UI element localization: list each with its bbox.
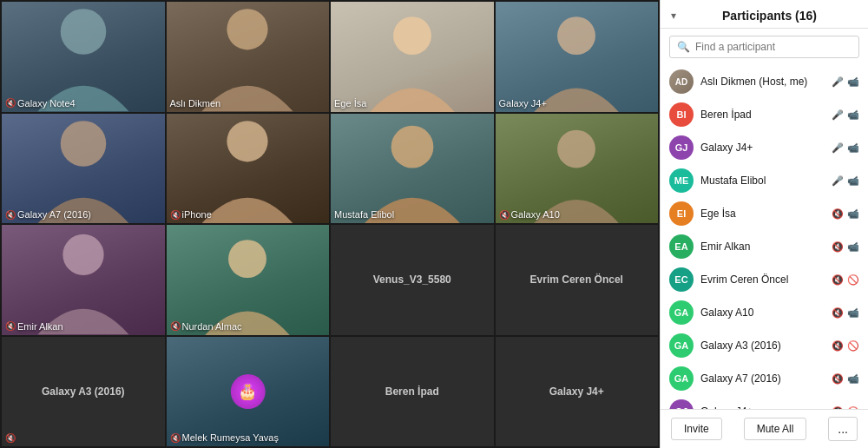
participant-icons-8: 🔇 📹 bbox=[832, 307, 859, 319]
participant-name-4: Mustafa Elibol bbox=[700, 175, 825, 187]
avatar-2: BI bbox=[669, 102, 694, 127]
mic-icon-4: 🎤 bbox=[832, 175, 844, 187]
participant-item-3[interactable]: GJ Galaxy J4+ 🎤 📹 bbox=[661, 131, 868, 164]
participant-icons-10: 🔇 📹 bbox=[832, 373, 859, 385]
mute-icon-6: 🔇 bbox=[170, 210, 181, 220]
tile-name-7: Mustafa Elibol bbox=[334, 209, 394, 220]
svg-point-7 bbox=[557, 130, 595, 168]
mute-icon-8: 🔇 bbox=[499, 210, 510, 220]
avatar-7: EC bbox=[669, 267, 694, 292]
participant-name-6: Emir Alkan bbox=[700, 240, 825, 253]
svg-point-0 bbox=[61, 9, 107, 55]
video-tile-3[interactable]: Ege İsa bbox=[331, 2, 494, 112]
video-tile-9[interactable]: 🔇 Emir Alkan bbox=[2, 225, 165, 335]
mic-icon-2: 🎤 bbox=[832, 109, 844, 121]
mic-icon-8: 🔇 bbox=[832, 307, 844, 319]
participant-icons-1: 🎤 📹 bbox=[832, 76, 859, 88]
panel-title: Participants (16) bbox=[681, 9, 858, 23]
participant-item-9[interactable]: GA Galaxy A3 (2016) 🔇 🚫 bbox=[661, 329, 868, 362]
tile-name-8: Galaxy A10 bbox=[511, 209, 560, 220]
participant-name-7: Evrim Ceren Öncel bbox=[700, 273, 825, 286]
cam-icon-6: 📹 bbox=[847, 241, 859, 253]
avatar-10: GA bbox=[669, 366, 694, 391]
cam-icon-10: 📹 bbox=[847, 373, 859, 385]
participant-item-11[interactable]: GJ Galaxy J4+ 🔇 🚫 bbox=[661, 395, 868, 409]
mic-icon-1: 🎤 bbox=[832, 76, 844, 88]
search-input[interactable] bbox=[695, 41, 852, 53]
mute-icon-10: 🔇 bbox=[170, 321, 181, 331]
avatar-8: GA bbox=[669, 300, 694, 325]
tile-name-12: Evrim Ceren Öncel bbox=[527, 270, 627, 289]
video-tile-8[interactable]: 🔇 Galaxy A10 bbox=[496, 114, 659, 224]
tile-name-4: Galaxy J4+ bbox=[499, 98, 547, 109]
mute-icon-14: 🔇 bbox=[170, 433, 181, 443]
participant-item-8[interactable]: GA Galaxy A10 🔇 📹 bbox=[661, 296, 868, 329]
video-tile-13[interactable]: Galaxy A3 (2016) 🔇 bbox=[2, 337, 165, 447]
avatar-3: GJ bbox=[669, 135, 694, 160]
mute-icon-9: 🔇 bbox=[5, 321, 16, 331]
tile-name-11: Venus_V3_5580 bbox=[370, 270, 455, 289]
tile-label-10: 🔇 Nurdan Almac bbox=[170, 321, 242, 332]
video-tile-1[interactable]: 🔇 Galaxy Note4 bbox=[2, 2, 165, 112]
participants-list: AD Aslı Dikmen (Host, me) 🎤 📹 BI Beren İ… bbox=[661, 65, 868, 409]
participant-name-1: Aslı Dikmen (Host, me) bbox=[700, 76, 825, 88]
video-tile-12[interactable]: Evrim Ceren Öncel bbox=[496, 225, 659, 335]
tile-name-3: Ege İsa bbox=[334, 98, 366, 109]
mute-all-button[interactable]: Mute All bbox=[744, 418, 807, 440]
invite-button[interactable]: Invite bbox=[671, 418, 722, 440]
participant-name-5: Ege İsa bbox=[700, 208, 825, 220]
video-tile-7[interactable]: Mustafa Elibol bbox=[331, 114, 494, 224]
participant-icons-3: 🎤 📹 bbox=[832, 142, 859, 154]
cam-icon-9: 🚫 bbox=[847, 340, 859, 352]
tile-label-9: 🔇 Emir Alkan bbox=[5, 321, 63, 332]
svg-point-4 bbox=[61, 121, 107, 167]
participant-item-6[interactable]: EA Emir Alkan 🔇 📹 bbox=[661, 230, 868, 263]
video-tile-10[interactable]: 🔇 Nurdan Almac bbox=[167, 225, 330, 335]
avatar-6: EA bbox=[669, 234, 694, 259]
participant-icons-6: 🔇 📹 bbox=[832, 241, 859, 253]
video-tile-6[interactable]: 🔇 iPhone bbox=[167, 114, 330, 224]
participant-item-10[interactable]: GA Galaxy A7 (2016) 🔇 📹 bbox=[661, 362, 868, 395]
participant-item-7[interactable]: EC Evrim Ceren Öncel 🔇 🚫 bbox=[661, 263, 868, 296]
video-tile-4[interactable]: Galaxy J4+ bbox=[496, 2, 659, 112]
tile-label-2: Aslı Dikmen bbox=[170, 98, 221, 109]
video-tile-15[interactable]: Beren İpad bbox=[331, 337, 494, 447]
cam-icon-4: 📹 bbox=[847, 175, 859, 187]
tile-label-1: 🔇 Galaxy Note4 bbox=[5, 98, 76, 109]
tile-label-5: 🔇 Galaxy A7 (2016) bbox=[5, 209, 91, 220]
tile-name-14: Melek Rumeysa Yavaş bbox=[182, 432, 279, 443]
video-tile-2[interactable]: Aslı Dikmen bbox=[167, 2, 330, 112]
video-tile-16[interactable]: Galaxy J4+ bbox=[496, 337, 659, 447]
mute-icon-5: 🔇 bbox=[5, 210, 16, 220]
video-tile-11[interactable]: Venus_V3_5580 bbox=[331, 225, 494, 335]
svg-point-6 bbox=[391, 126, 433, 168]
mute-icon-13: 🔇 bbox=[5, 433, 16, 443]
tile-label-14: 🔇 Melek Rumeysa Yavaş bbox=[170, 432, 279, 443]
svg-point-3 bbox=[557, 16, 595, 55]
avatar-5: EI bbox=[669, 201, 694, 226]
cam-icon-8: 📹 bbox=[847, 307, 859, 319]
tile-name-13: Galaxy A3 (2016) bbox=[38, 382, 128, 401]
svg-point-1 bbox=[227, 9, 268, 49]
sidebar-footer: Invite Mute All ... bbox=[661, 409, 868, 448]
collapse-icon[interactable]: ▾ bbox=[671, 10, 676, 22]
participant-item-4[interactable]: ME Mustafa Elibol 🎤 📹 bbox=[661, 164, 868, 197]
avatar-1: AD bbox=[669, 69, 694, 94]
tile-name-15: Beren İpad bbox=[382, 382, 443, 401]
cam-icon-2: 📹 bbox=[847, 109, 859, 121]
video-tile-5[interactable]: 🔇 Galaxy A7 (2016) bbox=[2, 114, 165, 224]
svg-point-5 bbox=[227, 121, 268, 161]
participant-item-2[interactable]: BI Beren İpad 🎤 📹 bbox=[661, 98, 868, 131]
avatar-11: GJ bbox=[669, 399, 694, 409]
more-options-button[interactable]: ... bbox=[828, 417, 858, 441]
tile-label-4: Galaxy J4+ bbox=[499, 98, 547, 109]
participant-item-5[interactable]: EI Ege İsa 🔇 📹 bbox=[661, 197, 868, 230]
tile-label-6: 🔇 iPhone bbox=[170, 209, 212, 220]
participant-name-3: Galaxy J4+ bbox=[700, 142, 825, 154]
participant-name-8: Galaxy A10 bbox=[700, 306, 825, 319]
video-tile-14[interactable]: 🎂 🔇 Melek Rumeysa Yavaş bbox=[167, 337, 330, 447]
tile-name-16: Galaxy J4+ bbox=[546, 382, 608, 401]
participant-icons-5: 🔇 📹 bbox=[832, 208, 859, 220]
sidebar-header: ▾ Participants (16) bbox=[661, 0, 868, 29]
participant-item-1[interactable]: AD Aslı Dikmen (Host, me) 🎤 📹 bbox=[661, 65, 868, 98]
